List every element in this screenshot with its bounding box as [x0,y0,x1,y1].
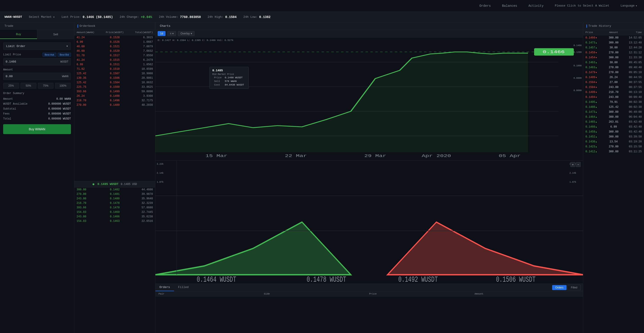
table-row[interactable]: 139.35 0.1506 20.9861 [74,76,155,80]
pct-25-btn[interactable]: 25% [3,83,19,89]
table-row[interactable]: 218.70 0.1496 32.7175 [74,98,155,103]
price-label-current: 0.1466 [574,44,582,47]
table-row[interactable]: 71.92 0.1510 10.8599 [74,67,155,71]
list-item[interactable]: 0.1499▼ 218.70 08:13:10 [583,90,644,95]
tab-orders[interactable]: Orders [155,284,174,291]
ask-amount: 46.60 [76,49,102,53]
table-row[interactable]: 300.00 0.1482 44.4600 [74,187,155,192]
ask-amount: 270.00 [76,103,102,107]
nav-orders[interactable]: Orders [480,4,491,8]
list-item[interactable]: 0.1412▲ 300.00 03:11:25 [583,149,644,154]
table-row[interactable]: 41.24 0.1528 6.3015 [74,35,155,40]
table-row[interactable]: 243.00 0.1466 35.6238 [74,214,155,219]
list-item[interactable]: 0.1489▼ 26.24 08:44:55 [583,75,644,80]
list-item[interactable]: 0.1494▼ 243.00 08:09:40 [583,95,644,100]
ask-total: 20.9861 [128,76,153,80]
table-row[interactable]: 6.99 0.1511 1.0562 [74,62,155,67]
table-row[interactable]: 270.00 0.1489 40.2030 [74,103,155,107]
table-row[interactable]: 51.78 0.1517 7.8550 [74,53,155,58]
ask-amount: 218.70 [76,99,102,102]
list-item[interactable]: 0.1423▲ 270.00 03:15:50 [583,144,644,149]
history-amount: 6.99 [604,125,623,128]
list-item[interactable]: 0.1430▲ 13.54 03:19:20 [583,139,644,144]
depth-y-label-2: 2.14k [157,172,164,174]
history-amount: 79.91 [604,101,623,104]
list-item[interactable]: 0.1504▼ 27.00 08:37:55 [583,80,644,85]
orderbook-bids[interactable]: 300.00 0.1482 44.4600 270.00 0.1481 39.9… [74,187,155,333]
table-row[interactable]: 154.83 0.1463 22.6516 [74,219,155,223]
pct-100-btn[interactable]: 100% [55,83,71,89]
best-ask-btn[interactable]: Best Ask [42,53,56,57]
price-label-1000: 0.1000 [574,64,582,67]
tab-filled[interactable]: Filled [174,284,193,291]
list-item[interactable]: 0.1488▲ 125.42 08:02:30 [583,105,644,110]
table-row[interactable]: 225.75 0.1500 33.8625 [74,85,155,89]
table-row[interactable]: 26.24 0.1498 3.9308 [74,94,155,98]
table-row[interactable]: 218.70 0.1478 32.3239 [74,201,155,205]
chart-type-btn[interactable]: ≡ ▾ [167,31,176,36]
list-item[interactable]: 0.1495▲ 79.91 08:02:30 [583,100,644,105]
table-row[interactable]: 393.66 0.1470 57.8680 [74,205,155,210]
list-item[interactable]: 0.1465▲ 263.01 03:42:40 [583,119,644,124]
panel-indicator [586,24,587,28]
chevron-down-icon: ▾ [172,32,174,35]
table-row[interactable]: 46.60 0.1521 7.0879 [74,44,155,49]
list-item[interactable]: 0.1457▲ 30.00 12:44:20 [583,45,644,50]
order-type-select[interactable]: Limit Order ▾ [3,42,71,50]
list-item[interactable]: 0.1464▲ 300.00 06:04:40 [583,114,644,119]
ask-total: 6.3015 [128,36,153,39]
list-item[interactable]: 0.1454▼ 300.00 11:33:30 [583,55,644,60]
pct-75-btn[interactable]: 75% [38,83,54,89]
sell-tab[interactable]: Sell [37,30,74,39]
bid-price: 0.1463 [102,220,128,223]
history-scroll[interactable]: 0.1466▼ 300.00 14:52:05 0.1473▲ 300.00 1… [583,35,644,333]
ask-amount: 139.35 [76,76,102,80]
list-item[interactable]: 0.1459▼ 270.00 12:31:12 [583,50,644,55]
overlay-btn[interactable]: Overlay ▾ [178,31,194,36]
orders-active-btn[interactable]: Orders [552,285,567,290]
svg-text:29 Mar: 29 Mar [364,154,386,158]
table-row[interactable]: 270.00 0.1481 39.9870 [74,192,155,196]
amount-input[interactable] [6,73,62,80]
list-item[interactable]: 0.1504▼ 243.00 08:37:55 [583,85,644,90]
buy-tab[interactable]: Buy [0,30,37,39]
nav-activity[interactable]: Activity [528,4,544,8]
ask-price: 0.1499 [102,90,128,93]
list-item[interactable]: 0.1460▲ 6.99 03:42:40 [583,124,644,129]
zoom-out-btn[interactable]: − [576,162,581,167]
best-bid-btn[interactable]: Best Bid [58,53,71,57]
price-label-0800: 0.0800 [574,77,582,79]
pct-50-btn[interactable]: 50% [20,83,36,89]
table-row[interactable]: 125.42 0.1507 18.9008 [74,71,155,76]
zoom-in-btn[interactable]: + [570,162,575,167]
table-row[interactable]: 154.83 0.1469 22.7445 [74,210,155,214]
table-row[interactable]: 46.60 0.1520 7.0832 [74,49,155,53]
filled-inactive-btn[interactable]: Filled [568,285,581,290]
market-select-btn[interactable]: Select Market ▾ [29,15,55,19]
list-item[interactable]: 0.1473▲ 300.00 06:49:00 [583,110,644,114]
table-row[interactable]: 125.42 0.1504 18.8632 [74,80,155,85]
orderbook-asks[interactable]: 41.24 0.1528 6.3015 6.99 0.1526 1.0667 4… [74,35,155,181]
list-item[interactable]: 0.1463▲ 270.00 09:40:40 [583,65,644,70]
timeframe-1d-btn[interactable]: 1d [158,31,166,36]
table-row[interactable]: 393.66 0.1499 59.0096 [74,89,155,94]
table-row[interactable]: 243.00 0.1480 35.9640 [74,196,155,201]
list-item[interactable]: 0.1473▲ 300.00 13:12:40 [583,40,644,45]
price-input[interactable] [6,58,60,65]
history-price: 0.1454▼ [586,56,604,59]
pct-buttons: 25% 50% 75% 100% [3,83,71,89]
trade-history-panel: Trade History Price Amount Time 0.1466▼ … [583,22,644,333]
history-amount: 13.54 [604,140,623,143]
language-btn[interactable]: Language ▾ [620,4,637,8]
buy-wwan-btn[interactable]: Buy WWAN [3,124,71,134]
wallet-select-btn[interactable]: Please Click to Select A Wallet [555,4,609,7]
table-row[interactable]: 41.24 0.1515 6.2479 [74,58,155,62]
list-item[interactable]: 0.1452▲ 300.00 03:39:50 [583,134,644,139]
list-item[interactable]: 0.1466▼ 300.00 14:52:05 [583,35,644,40]
list-item[interactable]: 0.1459▲ 300.00 03:42:40 [583,129,644,134]
high-stat: 24h High: 0.1504 [208,15,237,19]
table-row[interactable]: 6.99 0.1526 1.0667 [74,40,155,44]
list-item[interactable]: 0.1463▲ 30.00 09:45:05 [583,60,644,65]
nav-balances[interactable]: Balances [502,4,517,8]
list-item[interactable]: 0.1479▼ 270.00 09:05:10 [583,70,644,75]
